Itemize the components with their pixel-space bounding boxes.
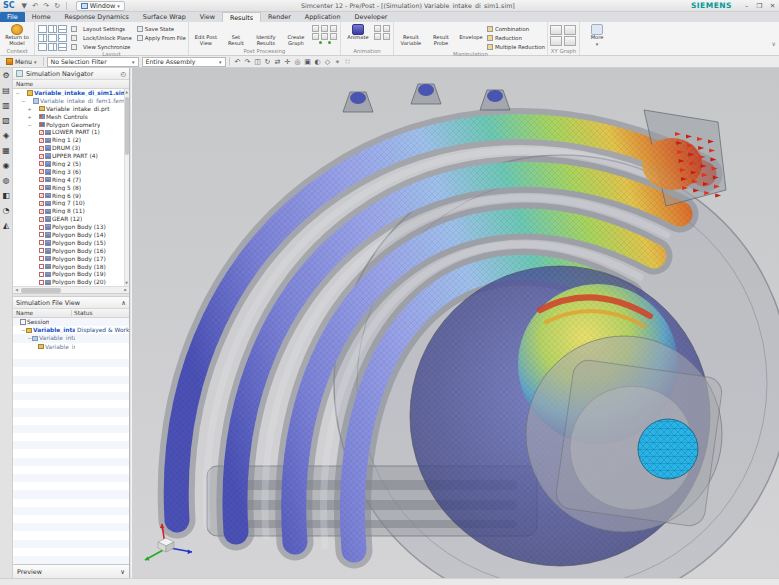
file-view-row[interactable]: Variable_intake... bbox=[13, 334, 129, 342]
tree-checkbox[interactable] bbox=[39, 264, 44, 269]
ribbon-tab[interactable]: View bbox=[193, 12, 222, 22]
manipulation-button[interactable]: Envelope bbox=[456, 23, 486, 46]
minimize-button[interactable]: – bbox=[740, 1, 753, 11]
manipulation-menu-item[interactable]: Reduction bbox=[487, 34, 545, 42]
restore-button[interactable]: ❐ bbox=[753, 1, 766, 11]
post-processing-button[interactable]: Set Result bbox=[221, 23, 251, 46]
ribbon-options-arrow[interactable]: ∨ bbox=[772, 40, 776, 47]
file-view-column-header[interactable]: Name Status bbox=[13, 309, 129, 318]
file-view-row[interactable]: Variable_int... bbox=[13, 343, 129, 351]
tree-row[interactable]: Ring 2 (5) bbox=[13, 160, 129, 168]
toolbar-icon[interactable]: ◫ bbox=[253, 57, 263, 67]
tree-row[interactable]: Mesh Controls bbox=[13, 113, 129, 121]
resource-bar-icon[interactable]: ▤ bbox=[1, 85, 12, 96]
tree-row[interactable]: Variable_intake_di.prt bbox=[13, 105, 129, 113]
tree-checkbox[interactable] bbox=[39, 169, 44, 174]
resource-bar-icon[interactable]: ⚙ bbox=[1, 70, 12, 81]
window-menu-button[interactable]: Window ▾ bbox=[76, 1, 125, 11]
preview-section-header[interactable]: Preview ∨ bbox=[13, 564, 129, 578]
return-to-model-button[interactable]: Return to Model bbox=[2, 23, 32, 46]
tree-checkbox[interactable] bbox=[39, 154, 44, 159]
post-processing-button[interactable]: Edit Post View bbox=[191, 23, 221, 46]
manipulation-menu-item[interactable]: Multiple Reduction bbox=[487, 43, 545, 51]
toolbar-icon[interactable]: ◇ bbox=[323, 57, 333, 67]
manipulation-button[interactable]: Result Variable bbox=[396, 23, 426, 46]
layout-option[interactable]: Lock/Unlock Plane bbox=[71, 34, 132, 42]
tree-checkbox[interactable] bbox=[39, 138, 44, 143]
layout-option[interactable]: Layout Settings bbox=[71, 25, 132, 33]
selection-filter-dropdown[interactable]: No Selection Filter ▾ bbox=[47, 57, 139, 67]
tree-checkbox[interactable] bbox=[39, 240, 44, 245]
layout-state-option[interactable]: Save State bbox=[137, 25, 186, 33]
animate-button[interactable]: Animate bbox=[343, 23, 373, 41]
resource-bar-icon[interactable]: ▥ bbox=[1, 100, 12, 111]
manipulation-button[interactable]: Result Probe bbox=[426, 23, 456, 46]
tree-row[interactable]: Polygon Body (16) bbox=[13, 247, 129, 255]
scroll-left-arrow[interactable]: ◀ bbox=[13, 288, 20, 292]
scroll-up-arrow[interactable]: ▲ bbox=[124, 89, 129, 95]
navigator-options-icon[interactable]: ◴ bbox=[120, 70, 126, 78]
tree-expand-toggle[interactable] bbox=[27, 122, 32, 128]
tree-checkbox[interactable] bbox=[39, 225, 44, 230]
toolbar-icon[interactable]: ∷ bbox=[343, 57, 353, 67]
toolbar-icon[interactable]: ↶ bbox=[233, 57, 243, 67]
tree-checkbox[interactable] bbox=[39, 280, 44, 285]
tree-checkbox[interactable] bbox=[39, 185, 44, 190]
tree-row[interactable]: DRUM (3) bbox=[13, 144, 129, 152]
toolbar-icon[interactable]: ✛ bbox=[283, 57, 293, 67]
collapse-icon[interactable]: ∧ bbox=[121, 299, 126, 307]
tree-checkbox[interactable] bbox=[39, 177, 44, 182]
toolbar-icon[interactable]: ↷ bbox=[243, 57, 253, 67]
tree-checkbox[interactable] bbox=[39, 201, 44, 206]
resource-bar-icon[interactable]: ◔ bbox=[1, 205, 12, 216]
tree-checkbox[interactable] bbox=[39, 193, 44, 198]
toolbar-icon[interactable]: ▣ bbox=[303, 57, 313, 67]
tree-row[interactable]: Ring 1 (2) bbox=[13, 136, 129, 144]
scrollbar-thumb[interactable] bbox=[21, 288, 61, 293]
resource-bar-icon[interactable]: ▦ bbox=[1, 145, 12, 156]
toolbar-icon[interactable]: ◎ bbox=[293, 57, 303, 67]
resource-bar-icon[interactable]: ◈ bbox=[1, 130, 12, 141]
file-view-row[interactable]: Session bbox=[13, 318, 129, 326]
tree-expand-toggle[interactable] bbox=[27, 114, 32, 120]
ribbon-tab[interactable]: Developer bbox=[348, 12, 395, 22]
tree-row[interactable]: Ring 7 (10) bbox=[13, 199, 129, 207]
ribbon-tab[interactable]: Home bbox=[25, 12, 58, 22]
xy-graph-buttons[interactable] bbox=[550, 25, 577, 46]
tree-row[interactable]: Ring 8 (11) bbox=[13, 207, 129, 215]
tree-row[interactable]: GEAR (12) bbox=[13, 215, 129, 223]
scrollbar-thumb[interactable] bbox=[125, 97, 129, 155]
navigator-horizontal-scrollbar[interactable]: ◀ ▶ bbox=[13, 286, 129, 293]
ribbon-tab[interactable]: Response Dynamics bbox=[58, 12, 136, 22]
resource-bar-icon[interactable]: ◧ bbox=[1, 190, 12, 201]
toolbar-icon[interactable]: ↻ bbox=[263, 57, 273, 67]
layout-presets[interactable] bbox=[38, 25, 67, 51]
toolbar-icon[interactable]: ⇄ bbox=[273, 57, 283, 67]
file-view-row[interactable]: Variable_intake_di_... Displayed & Work bbox=[13, 326, 129, 334]
redo-icon[interactable]: ↷ bbox=[41, 1, 52, 11]
navigator-column-header[interactable]: Name bbox=[13, 80, 129, 89]
repeat-command-icon[interactable]: ↻ bbox=[52, 1, 63, 11]
post-mini-icons[interactable] bbox=[312, 25, 338, 40]
ribbon-tab[interactable]: Application bbox=[298, 12, 348, 22]
resource-bar-icon[interactable]: ▧ bbox=[1, 115, 12, 126]
toolbar-icon[interactable]: ⌖ bbox=[333, 57, 343, 67]
tree-expand-toggle[interactable] bbox=[27, 106, 32, 112]
tree-row[interactable]: Variable_intake_di_fem1.fem bbox=[13, 97, 129, 105]
tree-row[interactable]: Ring 5 (8) bbox=[13, 184, 129, 192]
tree-expand-toggle[interactable] bbox=[21, 98, 26, 104]
tree-row[interactable]: UPPER PART (4) bbox=[13, 152, 129, 160]
tree-checkbox[interactable] bbox=[39, 248, 44, 253]
more-button[interactable]: More ▾ bbox=[582, 23, 612, 47]
navigator-vertical-scrollbar[interactable]: ▲ ▼ bbox=[124, 89, 129, 286]
ribbon-tab[interactable]: Surface Wrap bbox=[136, 12, 193, 22]
tree-row[interactable]: Variable_intake_di_sim1.sim bbox=[13, 89, 129, 97]
tree-row[interactable]: Polygon Body (14) bbox=[13, 231, 129, 239]
save-icon[interactable]: ▼ bbox=[19, 1, 30, 11]
tree-row[interactable]: Ring 6 (9) bbox=[13, 192, 129, 200]
viewport-3d[interactable] bbox=[131, 68, 779, 578]
toolbar-icon[interactable]: ◐ bbox=[313, 57, 323, 67]
resource-bar-icon[interactable]: ◭ bbox=[1, 220, 12, 231]
tree-checkbox[interactable] bbox=[39, 130, 44, 135]
ribbon-tab[interactable]: Results bbox=[222, 12, 261, 22]
